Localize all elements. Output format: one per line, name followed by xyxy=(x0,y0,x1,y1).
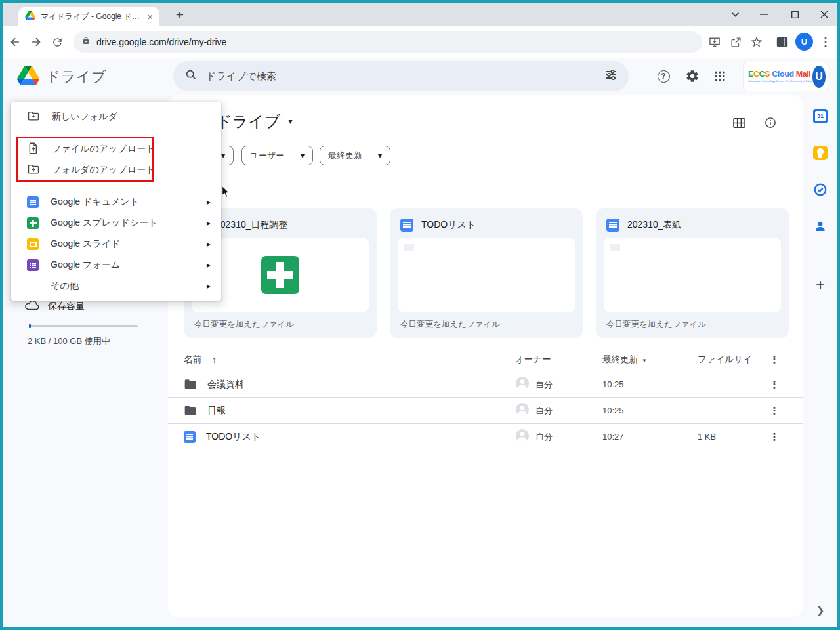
chip-caret-icon: ▾ xyxy=(378,151,382,160)
suggested-files: 202310_日程調整 今日変更を加えたファイル TODOリスト 今日変更を加え… xyxy=(184,208,789,338)
drive-header: ドライブ ドライブで検索 ? ECCS Cloud Mail xyxy=(3,58,837,95)
file-size: — xyxy=(698,406,761,415)
submenu-arrow-icon: ▸ xyxy=(207,219,211,228)
browser-window: マイドライブ - Google ドライブ × + xyxy=(3,3,837,627)
side-panel-toggle-icon[interactable] xyxy=(774,34,790,50)
sheets-preview-icon xyxy=(261,256,299,294)
sort-ascending-icon: ↑ xyxy=(212,354,217,365)
google-side-panel: 31 + ❯ xyxy=(803,95,837,627)
new-folder-icon xyxy=(27,110,40,125)
filter-chip-modified[interactable]: 最終更新▾ xyxy=(320,146,390,165)
menu-item-google-slides[interactable]: Google スライド ▸ xyxy=(11,234,221,255)
column-header-name[interactable]: 名前 ↑ xyxy=(184,354,515,366)
file-list: 会議資料 自分 10:25 — ⋮ 日報 xyxy=(168,371,803,450)
settings-gear-icon[interactable] xyxy=(684,68,700,84)
menu-item-google-sheets[interactable]: Google スプレッドシート ▸ xyxy=(11,213,221,234)
column-header-modified[interactable]: 最終更新▼ xyxy=(602,354,698,366)
drive-search-bar[interactable]: ドライブで検索 xyxy=(173,61,629,91)
help-icon[interactable]: ? xyxy=(656,68,671,84)
google-docs-icon xyxy=(27,196,39,208)
new-tab-button[interactable]: + xyxy=(171,6,189,24)
submenu-arrow-icon: ▸ xyxy=(207,261,211,270)
install-icon[interactable] xyxy=(707,34,723,50)
row-options-kebab-icon[interactable]: ⋮ xyxy=(761,405,788,417)
browser-profile-avatar[interactable]: U xyxy=(795,33,813,51)
modified-time: 10:25 xyxy=(602,406,698,415)
reload-button[interactable] xyxy=(49,34,65,50)
filter-chip-user[interactable]: ユーザー▾ xyxy=(242,146,313,165)
submenu-arrow-icon: ▸ xyxy=(207,198,211,207)
chip-caret-icon: ▾ xyxy=(221,151,225,160)
row-options-kebab-icon[interactable]: ⋮ xyxy=(761,379,788,390)
window-close-button[interactable] xyxy=(814,4,835,25)
tab-title: マイドライブ - Google ドライブ xyxy=(41,11,142,22)
info-details-icon[interactable] xyxy=(763,115,778,131)
drive-app: ドライブ ドライブで検索 ? ECCS Cloud Mail xyxy=(3,58,837,627)
google-forms-icon xyxy=(27,259,39,271)
drive-logo-icon[interactable] xyxy=(17,66,39,88)
lock-icon xyxy=(82,36,90,48)
submenu-arrow-icon: ▸ xyxy=(207,240,211,249)
suggested-card[interactable]: 202310_表紙 今日変更を加えたファイル xyxy=(596,208,789,338)
mouse-cursor xyxy=(221,185,231,201)
eccs-logo-subtitle: Information Technology Center, The Unive… xyxy=(748,80,812,83)
url-text: drive.google.com/drive/my-drive xyxy=(96,37,226,47)
tab-search-chevron-icon[interactable] xyxy=(724,4,746,25)
main-content: マイドライブ ▾ ▾ ユーザー▾ 最終更新▾ xyxy=(168,95,803,617)
menu-item-more[interactable]: その他 ▸ xyxy=(11,276,221,297)
browser-tab[interactable]: マイドライブ - Google ドライブ × xyxy=(18,7,159,26)
tab-close-icon[interactable]: × xyxy=(147,12,153,22)
file-name: 会議資料 xyxy=(207,379,244,390)
window-maximize-button[interactable] xyxy=(784,4,805,25)
browser-toolbar: drive.google.com/drive/my-drive U xyxy=(3,26,837,58)
google-slides-icon xyxy=(27,238,39,250)
grid-view-toggle-icon[interactable] xyxy=(731,115,747,131)
annotation-highlight-box xyxy=(16,136,154,182)
keep-icon[interactable] xyxy=(813,146,828,160)
owner-avatar xyxy=(515,429,530,445)
window-minimize-button[interactable] xyxy=(753,4,774,25)
modified-time: 10:25 xyxy=(602,379,698,389)
row-options-kebab-icon[interactable]: ⋮ xyxy=(761,431,788,443)
chip-caret-icon: ▾ xyxy=(301,151,304,160)
submenu-arrow-icon: ▸ xyxy=(207,282,211,291)
column-header-size[interactable]: ファイルサイ xyxy=(698,354,761,366)
menu-item-google-forms[interactable]: Google フォーム ▸ xyxy=(11,255,221,276)
search-options-tune-icon[interactable] xyxy=(604,68,618,84)
bookmark-star-icon[interactable] xyxy=(749,34,765,50)
forward-button[interactable] xyxy=(28,34,44,50)
browser-menu-kebab-icon[interactable] xyxy=(818,34,833,50)
owner-avatar xyxy=(515,402,530,419)
table-row[interactable]: 会議資料 自分 10:25 — ⋮ xyxy=(168,371,803,398)
column-header-owner[interactable]: オーナー xyxy=(515,354,602,366)
collapse-side-panel-chevron-icon[interactable]: ❯ xyxy=(803,604,837,616)
table-row[interactable]: TODOリスト 自分 10:27 1 KB ⋮ xyxy=(168,424,803,450)
side-panel-divider xyxy=(810,249,831,249)
search-placeholder: ドライブで検索 xyxy=(206,70,276,83)
file-list-header: 名前 ↑ オーナー 最終更新▼ ファイルサイ ⋮ xyxy=(168,348,803,371)
file-size: 1 KB xyxy=(698,432,761,442)
get-add-ons-plus-icon[interactable]: + xyxy=(813,278,828,292)
folder-icon xyxy=(184,378,197,391)
contacts-icon[interactable] xyxy=(813,219,828,234)
back-button[interactable] xyxy=(7,34,23,50)
tasks-icon[interactable] xyxy=(813,182,828,197)
search-icon xyxy=(184,68,198,84)
table-row[interactable]: 日報 自分 10:25 — ⋮ xyxy=(168,398,803,424)
address-bar[interactable]: drive.google.com/drive/my-drive xyxy=(74,32,702,52)
account-avatar[interactable]: U xyxy=(812,66,826,88)
suggested-card[interactable]: TODOリスト 今日変更を加えたファイル xyxy=(390,208,583,338)
menu-item-google-docs[interactable]: Google ドキュメント ▸ xyxy=(11,192,221,213)
menu-item-new-folder[interactable]: 新しいフォルダ xyxy=(11,104,221,130)
google-apps-grid-icon[interactable] xyxy=(712,68,728,84)
sidebar-item-storage[interactable]: 保存容量 xyxy=(3,299,168,314)
share-icon[interactable] xyxy=(728,34,744,50)
docs-file-icon xyxy=(184,431,196,443)
calendar-icon[interactable]: 31 xyxy=(813,109,828,123)
file-size: — xyxy=(698,379,761,389)
eccs-account-badge[interactable]: ECCS Cloud Mail Information Technology C… xyxy=(744,62,828,91)
title-dropdown-caret-icon: ▾ xyxy=(288,117,292,126)
drive-body: 保存容量 2 KB / 100 GB 使用中 マイドライブ ▾ xyxy=(3,95,837,627)
list-options-kebab-icon[interactable]: ⋮ xyxy=(761,354,788,366)
drive-app-name: ドライブ xyxy=(46,67,106,87)
